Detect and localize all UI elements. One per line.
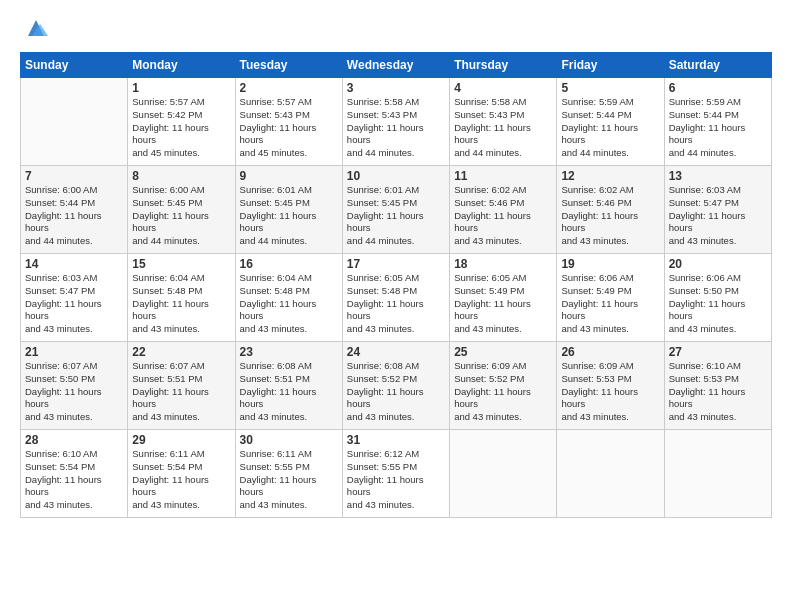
day-info: Sunrise: 6:11 AMSunset: 5:55 PMDaylight:… (240, 448, 338, 512)
day-info: Sunrise: 5:59 AMSunset: 5:44 PMDaylight:… (669, 96, 767, 160)
week-row-3: 14Sunrise: 6:03 AMSunset: 5:47 PMDayligh… (21, 254, 772, 342)
week-row-4: 21Sunrise: 6:07 AMSunset: 5:50 PMDayligh… (21, 342, 772, 430)
day-number: 23 (240, 345, 338, 359)
day-number: 9 (240, 169, 338, 183)
header-thursday: Thursday (450, 53, 557, 78)
day-number: 31 (347, 433, 445, 447)
header-sunday: Sunday (21, 53, 128, 78)
day-number: 1 (132, 81, 230, 95)
calendar-cell: 25Sunrise: 6:09 AMSunset: 5:52 PMDayligh… (450, 342, 557, 430)
day-info: Sunrise: 6:09 AMSunset: 5:52 PMDaylight:… (454, 360, 552, 424)
day-info: Sunrise: 6:03 AMSunset: 5:47 PMDaylight:… (669, 184, 767, 248)
day-info: Sunrise: 6:04 AMSunset: 5:48 PMDaylight:… (132, 272, 230, 336)
day-number: 22 (132, 345, 230, 359)
day-number: 16 (240, 257, 338, 271)
calendar-cell (450, 430, 557, 518)
calendar-cell: 20Sunrise: 6:06 AMSunset: 5:50 PMDayligh… (664, 254, 771, 342)
calendar-cell: 5Sunrise: 5:59 AMSunset: 5:44 PMDaylight… (557, 78, 664, 166)
day-info: Sunrise: 6:11 AMSunset: 5:54 PMDaylight:… (132, 448, 230, 512)
calendar-cell: 10Sunrise: 6:01 AMSunset: 5:45 PMDayligh… (342, 166, 449, 254)
day-number: 24 (347, 345, 445, 359)
day-number: 5 (561, 81, 659, 95)
day-info: Sunrise: 6:03 AMSunset: 5:47 PMDaylight:… (25, 272, 123, 336)
calendar-cell: 29Sunrise: 6:11 AMSunset: 5:54 PMDayligh… (128, 430, 235, 518)
calendar-cell: 21Sunrise: 6:07 AMSunset: 5:50 PMDayligh… (21, 342, 128, 430)
day-info: Sunrise: 6:08 AMSunset: 5:51 PMDaylight:… (240, 360, 338, 424)
calendar-cell: 24Sunrise: 6:08 AMSunset: 5:52 PMDayligh… (342, 342, 449, 430)
calendar-cell: 1Sunrise: 5:57 AMSunset: 5:42 PMDaylight… (128, 78, 235, 166)
calendar-cell: 8Sunrise: 6:00 AMSunset: 5:45 PMDaylight… (128, 166, 235, 254)
day-number: 4 (454, 81, 552, 95)
day-number: 3 (347, 81, 445, 95)
day-number: 21 (25, 345, 123, 359)
header-monday: Monday (128, 53, 235, 78)
day-number: 28 (25, 433, 123, 447)
day-number: 12 (561, 169, 659, 183)
day-info: Sunrise: 6:04 AMSunset: 5:48 PMDaylight:… (240, 272, 338, 336)
day-info: Sunrise: 6:07 AMSunset: 5:50 PMDaylight:… (25, 360, 123, 424)
day-info: Sunrise: 6:05 AMSunset: 5:49 PMDaylight:… (454, 272, 552, 336)
day-info: Sunrise: 6:02 AMSunset: 5:46 PMDaylight:… (561, 184, 659, 248)
week-row-5: 28Sunrise: 6:10 AMSunset: 5:54 PMDayligh… (21, 430, 772, 518)
day-number: 7 (25, 169, 123, 183)
day-number: 8 (132, 169, 230, 183)
calendar-cell: 14Sunrise: 6:03 AMSunset: 5:47 PMDayligh… (21, 254, 128, 342)
day-number: 29 (132, 433, 230, 447)
calendar-cell: 30Sunrise: 6:11 AMSunset: 5:55 PMDayligh… (235, 430, 342, 518)
logo (20, 18, 50, 42)
day-number: 10 (347, 169, 445, 183)
calendar-cell: 27Sunrise: 6:10 AMSunset: 5:53 PMDayligh… (664, 342, 771, 430)
calendar-cell: 3Sunrise: 5:58 AMSunset: 5:43 PMDaylight… (342, 78, 449, 166)
day-number: 14 (25, 257, 123, 271)
header-friday: Friday (557, 53, 664, 78)
day-info: Sunrise: 6:02 AMSunset: 5:46 PMDaylight:… (454, 184, 552, 248)
calendar-cell: 7Sunrise: 6:00 AMSunset: 5:44 PMDaylight… (21, 166, 128, 254)
calendar-cell: 2Sunrise: 5:57 AMSunset: 5:43 PMDaylight… (235, 78, 342, 166)
day-info: Sunrise: 6:10 AMSunset: 5:53 PMDaylight:… (669, 360, 767, 424)
calendar-cell: 28Sunrise: 6:10 AMSunset: 5:54 PMDayligh… (21, 430, 128, 518)
day-info: Sunrise: 5:58 AMSunset: 5:43 PMDaylight:… (454, 96, 552, 160)
day-number: 19 (561, 257, 659, 271)
header-wednesday: Wednesday (342, 53, 449, 78)
day-number: 13 (669, 169, 767, 183)
day-number: 27 (669, 345, 767, 359)
calendar-page: SundayMondayTuesdayWednesdayThursdayFrid… (0, 0, 792, 612)
day-info: Sunrise: 6:07 AMSunset: 5:51 PMDaylight:… (132, 360, 230, 424)
day-info: Sunrise: 6:10 AMSunset: 5:54 PMDaylight:… (25, 448, 123, 512)
day-info: Sunrise: 6:05 AMSunset: 5:48 PMDaylight:… (347, 272, 445, 336)
day-number: 2 (240, 81, 338, 95)
header-tuesday: Tuesday (235, 53, 342, 78)
day-number: 30 (240, 433, 338, 447)
header (20, 18, 772, 42)
calendar-cell: 31Sunrise: 6:12 AMSunset: 5:55 PMDayligh… (342, 430, 449, 518)
calendar-cell: 23Sunrise: 6:08 AMSunset: 5:51 PMDayligh… (235, 342, 342, 430)
day-info: Sunrise: 6:00 AMSunset: 5:44 PMDaylight:… (25, 184, 123, 248)
week-row-2: 7Sunrise: 6:00 AMSunset: 5:44 PMDaylight… (21, 166, 772, 254)
calendar-cell (664, 430, 771, 518)
calendar-table: SundayMondayTuesdayWednesdayThursdayFrid… (20, 52, 772, 518)
day-info: Sunrise: 5:57 AMSunset: 5:43 PMDaylight:… (240, 96, 338, 160)
day-number: 20 (669, 257, 767, 271)
calendar-cell: 15Sunrise: 6:04 AMSunset: 5:48 PMDayligh… (128, 254, 235, 342)
day-number: 26 (561, 345, 659, 359)
calendar-cell: 17Sunrise: 6:05 AMSunset: 5:48 PMDayligh… (342, 254, 449, 342)
calendar-cell: 9Sunrise: 6:01 AMSunset: 5:45 PMDaylight… (235, 166, 342, 254)
day-number: 18 (454, 257, 552, 271)
day-number: 25 (454, 345, 552, 359)
day-info: Sunrise: 6:06 AMSunset: 5:50 PMDaylight:… (669, 272, 767, 336)
calendar-cell: 22Sunrise: 6:07 AMSunset: 5:51 PMDayligh… (128, 342, 235, 430)
day-info: Sunrise: 6:08 AMSunset: 5:52 PMDaylight:… (347, 360, 445, 424)
day-info: Sunrise: 6:12 AMSunset: 5:55 PMDaylight:… (347, 448, 445, 512)
calendar-cell: 11Sunrise: 6:02 AMSunset: 5:46 PMDayligh… (450, 166, 557, 254)
day-info: Sunrise: 6:09 AMSunset: 5:53 PMDaylight:… (561, 360, 659, 424)
day-number: 17 (347, 257, 445, 271)
day-info: Sunrise: 5:58 AMSunset: 5:43 PMDaylight:… (347, 96, 445, 160)
calendar-cell: 6Sunrise: 5:59 AMSunset: 5:44 PMDaylight… (664, 78, 771, 166)
calendar-cell (21, 78, 128, 166)
day-info: Sunrise: 6:06 AMSunset: 5:49 PMDaylight:… (561, 272, 659, 336)
day-info: Sunrise: 6:01 AMSunset: 5:45 PMDaylight:… (347, 184, 445, 248)
day-number: 6 (669, 81, 767, 95)
day-number: 11 (454, 169, 552, 183)
calendar-cell: 13Sunrise: 6:03 AMSunset: 5:47 PMDayligh… (664, 166, 771, 254)
logo-icon (22, 14, 50, 42)
